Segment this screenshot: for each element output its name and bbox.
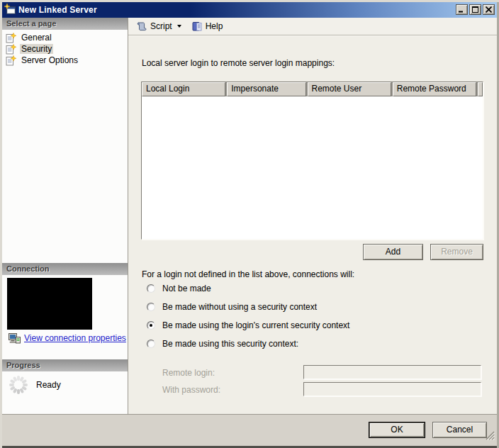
- view-connection-properties-link[interactable]: View connection properties: [24, 333, 126, 343]
- maximize-button[interactable]: [469, 4, 481, 15]
- login-mappings-table: Local Login Impersonate Remote User Remo…: [141, 82, 483, 240]
- radio-icon[interactable]: [147, 303, 155, 311]
- table-header-row: Local Login Impersonate Remote User Remo…: [142, 82, 483, 96]
- connection-header: Connection: [2, 263, 128, 275]
- column-header-impersonate[interactable]: Impersonate: [227, 82, 305, 96]
- radio-label: Be made using this security context:: [162, 339, 298, 349]
- column-header-filler: [478, 82, 483, 96]
- sidebar-item-security[interactable]: Security: [2, 43, 128, 55]
- script-button[interactable]: Script: [133, 19, 184, 33]
- with-password-label: With password:: [162, 385, 220, 395]
- ok-button[interactable]: OK: [369, 422, 425, 438]
- connection-info-redacted: [7, 278, 92, 330]
- app-icon: [4, 4, 16, 17]
- close-button[interactable]: [483, 4, 495, 15]
- radio-label: Be made without using a security context: [162, 302, 317, 312]
- column-header-remote-user[interactable]: Remote User: [308, 82, 391, 96]
- connection-properties-icon: [9, 332, 21, 344]
- minimize-icon: [459, 6, 465, 13]
- script-dropdown-icon[interactable]: [177, 25, 181, 28]
- column-header-remote-password[interactable]: Remote Password: [393, 82, 476, 96]
- cancel-button[interactable]: Cancel: [432, 422, 487, 438]
- remove-button[interactable]: Remove: [430, 244, 483, 260]
- sidebar-item-label: Server Options: [20, 55, 79, 65]
- radio-icon[interactable]: [147, 340, 155, 348]
- page-icon: [6, 33, 16, 43]
- radio-icon[interactable]: [147, 284, 155, 293]
- progress-status: Ready: [36, 380, 61, 390]
- remote-login-label: Remote login:: [162, 368, 215, 378]
- with-password-input[interactable]: [303, 382, 481, 396]
- progress-header: Progress: [2, 359, 128, 371]
- radio-label: Not be made: [162, 284, 211, 293]
- table-body-empty: [142, 96, 483, 239]
- script-label: Script: [150, 21, 172, 31]
- minimize-button[interactable]: [456, 4, 468, 15]
- sidebar: Select a page General Security: [2, 18, 128, 415]
- select-a-page-header: Select a page: [2, 18, 128, 30]
- page-icon: [6, 55, 16, 66]
- help-icon: [191, 21, 203, 32]
- remote-login-input[interactable]: [303, 365, 481, 379]
- footer-bar: OK Cancel: [2, 415, 497, 446]
- resize-grip[interactable]: [486, 431, 495, 442]
- sidebar-item-general[interactable]: General: [2, 32, 128, 43]
- radio-current-security-context[interactable]: Be made using the login's current securi…: [147, 320, 349, 330]
- radio-label: Be made using the login's current securi…: [162, 320, 349, 330]
- window-title: New Linked Server: [18, 5, 97, 15]
- radio-without-security-context[interactable]: Be made without using a security context: [147, 302, 317, 312]
- title-bar[interactable]: New Linked Server: [2, 2, 497, 18]
- sidebar-item-label: Security: [20, 44, 53, 54]
- page-list: General Security Server Options: [2, 32, 128, 66]
- login-options-label: For a login not defined in the list abov…: [142, 269, 354, 279]
- maximize-icon: [472, 6, 478, 13]
- column-header-local-login[interactable]: Local Login: [142, 82, 225, 96]
- mappings-label: Local server login to remote server logi…: [142, 58, 335, 68]
- help-button[interactable]: Help: [189, 19, 226, 33]
- close-icon: [486, 6, 492, 13]
- radio-not-be-made[interactable]: Not be made: [147, 284, 211, 293]
- add-button[interactable]: Add: [363, 244, 423, 260]
- sidebar-item-label: General: [20, 33, 53, 43]
- script-icon: [136, 21, 147, 32]
- radio-icon-selected[interactable]: [147, 321, 155, 330]
- page-icon: [6, 44, 16, 55]
- main-panel: Script Help Local server login to remote…: [128, 18, 497, 415]
- dialog-window: New Linked Server Select a page Gen: [0, 0, 499, 448]
- help-label: Help: [206, 21, 223, 31]
- toolbar: Script Help: [128, 18, 497, 35]
- sidebar-item-server-options[interactable]: Server Options: [2, 55, 128, 66]
- radio-this-security-context[interactable]: Be made using this security context:: [147, 339, 298, 349]
- progress-spinner-icon: [8, 374, 29, 398]
